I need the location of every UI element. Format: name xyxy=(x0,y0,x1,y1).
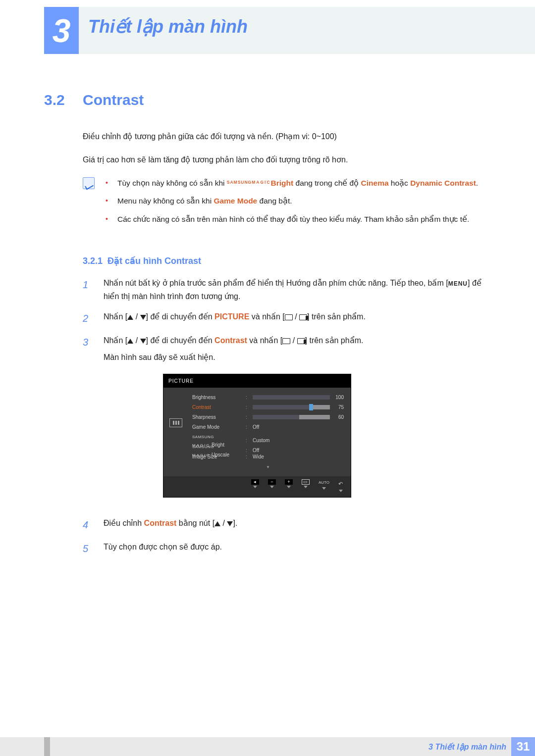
chapter-number-block: 3 xyxy=(44,7,79,54)
section-heading: 3.2 Contrast xyxy=(44,92,491,108)
paragraph: Điều chỉnh độ tương phản giữa các đối tư… xyxy=(83,131,491,143)
page: 3 Thiết lập màn hình 3.2 Contrast Điều c… xyxy=(0,0,535,756)
page-footer: 3 Thiết lập màn hình 31 xyxy=(0,737,535,756)
osd-category-icon xyxy=(169,418,182,427)
osd-screenshot: PICTURE Brightness : 100 xyxy=(163,374,351,498)
page-number: 31 xyxy=(511,737,535,756)
button-outline-icon xyxy=(282,338,290,344)
osd-footer-plus-icon: + xyxy=(285,479,293,485)
osd-more-icon: ▼ xyxy=(192,462,344,471)
note-block: Tùy chọn này không có sẵn khi SAMSUNGMAG… xyxy=(83,177,491,232)
step-item: 4 Điều chỉnh Contrast bằng nút [ / ]. xyxy=(83,516,491,533)
up-arrow-icon xyxy=(127,339,133,344)
button-outline-icon xyxy=(285,314,293,320)
osd-title: PICTURE xyxy=(163,374,351,388)
osd-row-contrast: Contrast : 75 xyxy=(192,403,344,412)
down-arrow-icon xyxy=(140,315,146,320)
osd-footer-enter-icon: ▭ xyxy=(302,479,310,485)
chapter-title: Thiết lập màn hình xyxy=(88,16,248,37)
section-number: 3.2 xyxy=(44,92,83,108)
content: 3.2 Contrast Điều chỉnh độ tương phản gi… xyxy=(44,92,491,564)
note-list: Tùy chọn này không có sẵn khi SAMSUNGMAG… xyxy=(106,177,478,232)
up-arrow-icon xyxy=(214,521,220,526)
footer-strip xyxy=(44,737,50,756)
subsection: 3.2.1 Đặt cấu hình Contrast 1 Nhấn nút b… xyxy=(83,255,491,557)
step-item: 1 Nhấn nút bất kỳ ở phía trước sản phẩm … xyxy=(83,276,491,303)
osd-footer-auto-label: AUTO xyxy=(319,479,329,486)
subsection-title: 3.2.1 Đặt cấu hình Contrast xyxy=(83,255,491,266)
osd-footer-return-icon: ↶ xyxy=(338,479,343,489)
button-fill-icon xyxy=(299,314,307,320)
step-item: 2 Nhấn [ / ] để di chuyển đến PICTURE và… xyxy=(83,310,491,327)
note-item: Tùy chọn này không có sẵn khi SAMSUNGMAG… xyxy=(106,177,478,190)
step-number: 3 xyxy=(83,334,93,509)
step-number: 1 xyxy=(83,276,93,303)
step-number: 4 xyxy=(83,516,93,533)
step-item: 3 Nhấn [ / ] để di chuyển đến Contrast v… xyxy=(83,334,491,509)
steps-list: 1 Nhấn nút bất kỳ ở phía trước sản phẩm … xyxy=(83,276,491,557)
note-item: Menu này không có sẵn khi Game Mode đang… xyxy=(106,195,478,207)
osd-footer-back-icon: ◂ xyxy=(251,479,259,485)
osd-footer-minus-icon: − xyxy=(268,479,276,485)
osd-row-imagesize: Image Size : Wide xyxy=(192,452,344,462)
section-body: Điều chỉnh độ tương phản giữa các đối tư… xyxy=(83,131,491,232)
note-icon xyxy=(83,177,95,189)
menu-key-label: MENU xyxy=(448,280,468,287)
osd-footer: ◂ − + ▭ AUTO ↶ xyxy=(163,476,351,497)
note-item: Các chức năng có sẵn trên màn hình có th… xyxy=(106,213,478,226)
step-number: 2 xyxy=(83,310,93,327)
step-item: 5 Tùy chọn được chọn sẽ được áp. xyxy=(83,540,491,557)
osd-row-gamemode: Game Mode : Off xyxy=(192,422,344,432)
down-arrow-icon xyxy=(140,339,146,344)
up-arrow-icon xyxy=(127,315,133,320)
osd-row-magicbright: SAMSUNGMAGIC Bright : Custom xyxy=(192,432,344,442)
osd-row-sharpness: Sharpness : 60 xyxy=(192,412,344,422)
footer-chapter-label: 3 Thiết lập màn hình xyxy=(428,742,506,752)
chapter-number: 3 xyxy=(53,12,71,50)
paragraph: Giá trị cao hơn sẽ làm tăng độ tương phả… xyxy=(83,154,491,166)
section-title: Contrast xyxy=(83,92,491,108)
down-arrow-icon xyxy=(227,521,233,526)
osd-row-brightness: Brightness : 100 xyxy=(192,393,344,403)
step-number: 5 xyxy=(83,540,93,557)
button-fill-icon xyxy=(297,338,305,344)
